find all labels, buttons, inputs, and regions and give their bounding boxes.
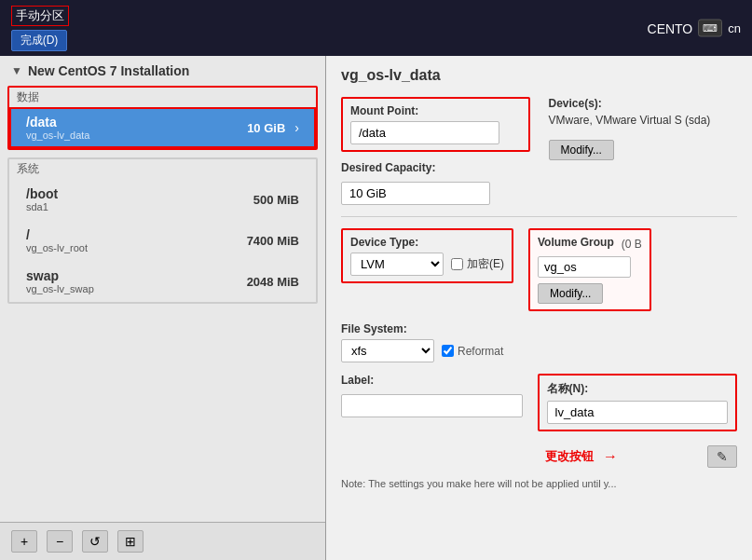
partition-vg-data: vg_os-lv_data [26,130,90,141]
partition-arrow-icon: › [294,120,299,135]
file-system-label: File System: [341,322,737,335]
topbar-right: CENTO ⌨ cn [648,20,741,37]
keyboard-lang: cn [728,21,741,35]
sidebar-title: New CentOS 7 Installation [28,63,189,78]
device-type-section: Device Type: LVM Standard RAID BTRFS 加密(… [341,228,513,283]
partition-item-data[interactable]: /data vg_os-lv_data 10 GiB › [9,107,316,148]
done-button[interactable]: 完成(D) [11,30,67,51]
devices-modify-button[interactable]: Modify... [549,140,614,160]
encrypt-checkbox[interactable] [451,258,463,270]
volume-group-section: Volume Group (0 B Modify... [528,228,651,311]
encrypt-label: 加密(E) [467,256,504,272]
partition-name-swap: swap [26,268,94,283]
device-type-select[interactable]: LVM Standard RAID BTRFS [350,253,444,276]
data-section-group: 数据 /data vg_os-lv_data 10 GiB › [7,86,318,150]
partition-size-data: 10 GiB [247,121,285,135]
partition-info-root: / vg_os-lv_root [26,227,88,253]
collapse-arrow-icon[interactable]: ▼ [11,64,22,77]
update-icon-button[interactable]: ✎ [707,445,737,468]
system-section-group: 系统 /boot sda1 500 MiB / vg_os-lv_root 74… [7,157,318,304]
mount-point-section: Mount Point: [341,97,530,152]
name-label: 名称(N): [547,381,729,397]
partition-vg-swap: vg_os-lv_swap [26,283,94,294]
label-field-label: Label: [341,374,523,387]
device-type-label: Device Type: [350,236,504,249]
label-field: Label: [341,374,523,431]
mount-point-input[interactable] [350,121,499,144]
reformat-checkbox-group: Reformat [442,345,503,358]
add-partition-button[interactable]: + [11,530,37,553]
reformat-checkbox[interactable] [442,345,454,357]
file-system-section: File System: xfs ext4 ext3 ext2 swap Ref… [341,322,737,362]
update-button-row: 更改按钮 → Update ✎ [341,444,737,468]
desired-capacity-label: Desired Capacity: [341,161,530,174]
volume-group-input[interactable] [538,256,631,278]
partition-size-swap: 2048 MiB [247,275,299,289]
detail-panel: vg_os-lv_data Mount Point: Desired Capac… [326,56,752,560]
volume-group-modify-button[interactable]: Modify... [538,283,603,304]
configure-button[interactable]: ⊞ [117,530,144,553]
arrow-right-icon: → [603,448,618,465]
mount-point-label: Mount Point: [350,104,521,117]
note-text: Note: The settings you make here will no… [341,477,737,491]
partition-item-root[interactable]: / vg_os-lv_root 7400 MiB [9,220,316,261]
os-label: CENTO [648,20,693,35]
file-system-select[interactable]: xfs ext4 ext3 ext2 swap [341,339,434,362]
partition-size-root: 7400 MiB [247,234,299,248]
partition-info-swap: swap vg_os-lv_swap [26,268,94,294]
partition-info-data: /data vg_os-lv_data [26,115,90,141]
encrypt-checkbox-group: 加密(E) [451,256,504,272]
detail-title: vg_os-lv_data [341,67,737,84]
devices-section: Device(s): VMware, VMware Virtual S (sda… [549,97,738,205]
name-section: 名称(N): [538,374,738,431]
label-input[interactable] [341,394,523,417]
partition-info-boot: /boot sda1 [26,186,58,212]
devices-label: Device(s): [549,97,738,110]
volume-group-size: (0 B [622,238,642,251]
update-icon: ✎ [717,449,728,464]
partition-item-swap[interactable]: swap vg_os-lv_swap 2048 MiB [9,261,316,302]
name-input[interactable] [547,401,729,424]
update-arrow-label: 更改按钮 [545,448,594,465]
desired-capacity-field: Desired Capacity: [341,161,530,205]
keyboard-icon: ⌨ [698,20,722,37]
volume-group-label: Volume Group [538,236,614,249]
devices-value: VMware, VMware Virtual S (sda) [549,114,738,127]
sidebar: ▼ New CentOS 7 Installation 数据 /data vg_… [0,56,326,560]
topbar: 手动分区 完成(D) CENTO ⌨ cn [0,0,752,56]
remove-partition-button[interactable]: − [47,530,73,553]
partition-vg-boot: sda1 [26,201,58,212]
data-section-label: 数据 [9,88,316,107]
refresh-button[interactable]: ↺ [82,530,108,553]
reformat-label: Reformat [458,345,503,358]
partition-name-boot: /boot [26,186,58,201]
desired-capacity-input[interactable] [341,182,490,205]
sidebar-footer: + − ↺ ⊞ [0,522,325,560]
partition-vg-root: vg_os-lv_root [26,242,88,253]
partition-size-boot: 500 MiB [253,193,299,207]
partition-name-root: / [26,227,88,242]
main-content: ▼ New CentOS 7 Installation 数据 /data vg_… [0,56,752,560]
sidebar-header: ▼ New CentOS 7 Installation [0,56,325,82]
page-title: 手动分区 [11,6,69,26]
partition-name-data: /data [26,115,90,130]
topbar-left: 手动分区 完成(D) [11,6,69,51]
partition-item-boot[interactable]: /boot sda1 500 MiB [9,179,316,220]
system-section-label: 系统 [9,159,316,179]
